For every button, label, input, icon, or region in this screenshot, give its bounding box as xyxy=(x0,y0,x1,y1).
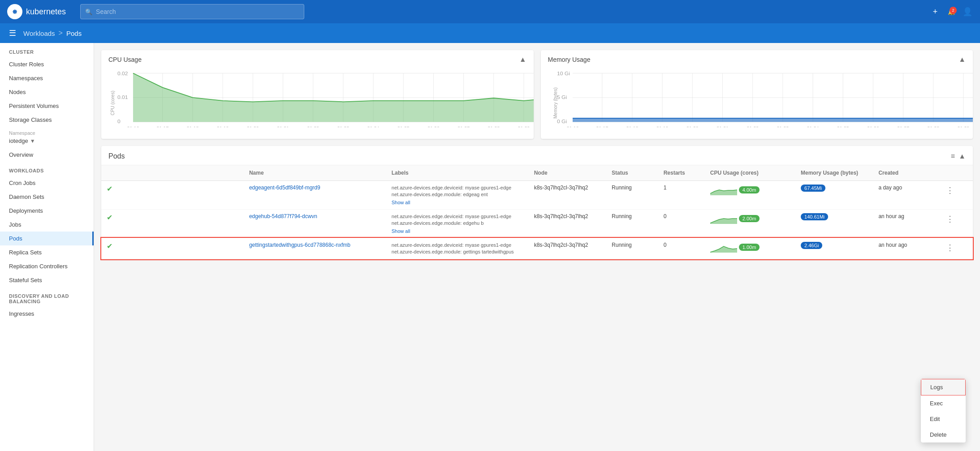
user-avatar[interactable]: 👤 xyxy=(962,6,973,17)
logo-k: ⎈ xyxy=(13,8,17,16)
svg-text:21:29: 21:29 xyxy=(957,125,969,127)
pod-node-1: k8s-3q7lhq2cl-3q7lhq2 xyxy=(529,181,606,210)
sidebar-item-stateful-sets[interactable]: Stateful Sets xyxy=(0,273,94,287)
sidebar-item-nodes[interactable]: Nodes xyxy=(0,85,94,99)
pod-status-icon-2: ✔ xyxy=(101,209,244,238)
pod-restarts-2: 0 xyxy=(658,209,705,238)
hamburger-icon[interactable]: ☰ xyxy=(9,28,16,38)
svg-text:21:29: 21:29 xyxy=(518,125,530,127)
notification-count: 2 xyxy=(950,7,957,14)
sidebar-item-cluster-roles[interactable]: Cluster Roles xyxy=(0,57,94,71)
th-name xyxy=(101,165,244,181)
sidebar-item-jobs[interactable]: Jobs xyxy=(0,218,94,232)
th-name-label: Name xyxy=(244,165,386,181)
memory-chart-header: Memory Usage ▲ xyxy=(541,50,973,67)
sidebar-item-persistent-volumes[interactable]: Persistent Volumes xyxy=(0,99,94,113)
pod-link-2[interactable]: edgehub-54d877f794-dcwvn xyxy=(249,213,317,219)
pods-table: Name Labels Node Status Restarts CPU Usa… xyxy=(101,165,973,259)
sidebar-item-daemon-sets[interactable]: Daemon Sets xyxy=(0,190,94,204)
cluster-section-title: Cluster xyxy=(0,43,94,57)
breadcrumb-bar: ☰ Workloads > Pods xyxy=(0,23,980,43)
svg-text:0: 0 xyxy=(117,119,121,124)
svg-text:21:21: 21:21 xyxy=(717,125,729,127)
show-all-link-1[interactable]: Show all xyxy=(392,200,410,205)
memory-chart-title: Memory Usage xyxy=(548,56,591,63)
svg-marker-70 xyxy=(710,246,737,253)
pod-labels-1: net.azure-devices.edge.deviceid: myase g… xyxy=(386,181,529,210)
sidebar-item-replication-controllers[interactable]: Replication Controllers xyxy=(0,259,94,273)
pod-cpu-1: 4.00m xyxy=(705,181,795,210)
cpu-chart-body: CPU (cores) 0.02 0.01 0 xyxy=(101,67,534,139)
notification-button[interactable]: 🔔 2 xyxy=(948,9,955,15)
breadcrumb-workloads[interactable]: Workloads xyxy=(23,30,55,37)
pod-created-2: an hour ag xyxy=(873,209,937,238)
pod-status-icon-3: ✔ xyxy=(101,238,244,259)
cpu-chart-title: CPU Usage xyxy=(108,56,142,63)
sidebar-item-pods[interactable]: Pods xyxy=(0,232,94,245)
svg-text:21:19: 21:19 xyxy=(217,125,229,127)
pod-actions-button-2[interactable]: ⋮ xyxy=(943,213,957,225)
pod-cpu-3: 1.00m xyxy=(705,238,795,259)
filter-icon[interactable]: ≡ xyxy=(951,152,955,160)
memory-chart-svg: 10 Gi 5 Gi 0 Gi xyxy=(557,69,973,127)
pod-label-text-3b: net.azure-devices.edge.module: gettings … xyxy=(392,249,523,255)
cpu-chart-card: CPU Usage ▲ CPU (cores) 0.02 0.01 0 xyxy=(101,50,534,139)
cpu-badge-1: 4.00m xyxy=(739,186,760,193)
sidebar-item-ingresses[interactable]: Ingresses xyxy=(0,307,94,321)
pod-status-1: Running xyxy=(606,181,658,210)
th-labels: Labels xyxy=(386,165,529,181)
pods-section-title: Pods xyxy=(108,152,125,160)
breadcrumb-pods[interactable]: Pods xyxy=(66,30,82,37)
sidebar-item-storage-classes[interactable]: Storage Classes xyxy=(0,113,94,127)
sidebar-item-overview[interactable]: Overview xyxy=(0,148,94,162)
context-menu-logs[interactable]: Logs xyxy=(921,379,966,395)
memory-chart-collapse[interactable]: ▲ xyxy=(958,56,966,64)
svg-text:21:17: 21:17 xyxy=(156,125,168,127)
svg-text:10 Gi: 10 Gi xyxy=(557,71,570,76)
pod-node-2: k8s-3q7lhq2cl-3q7lhq2 xyxy=(529,209,606,238)
pod-actions-button-1[interactable]: ⋮ xyxy=(943,185,957,196)
workloads-section-title: Workloads xyxy=(0,162,94,176)
pod-label-text-3: net.azure-devices.edge.deviceid: myase g… xyxy=(392,242,523,249)
pods-table-header: Name Labels Node Status Restarts CPU Usa… xyxy=(101,165,973,181)
discovery-section-title: Discovery and Load Balancing xyxy=(0,287,94,307)
pods-collapse[interactable]: ▲ xyxy=(958,152,966,160)
context-menu-exec[interactable]: Exec xyxy=(921,395,966,411)
svg-text:21:21: 21:21 xyxy=(277,125,289,127)
sidebar-item-namespaces[interactable]: Namespaces xyxy=(0,71,94,85)
svg-marker-53 xyxy=(572,118,973,122)
sidebar: Cluster Cluster Roles Namespaces Nodes P… xyxy=(0,43,94,451)
svg-text:21:25: 21:25 xyxy=(837,125,849,127)
context-menu-edit[interactable]: Edit xyxy=(921,411,966,427)
context-menu-delete[interactable]: Delete xyxy=(921,427,966,442)
svg-text:5 Gi: 5 Gi xyxy=(557,95,567,100)
cpu-chart-collapse[interactable]: ▲ xyxy=(519,56,527,64)
pods-header-right: ≡ ▲ xyxy=(951,152,966,160)
th-created: Created xyxy=(873,165,937,181)
mem-badge-1: 67.45Mi xyxy=(801,185,825,192)
pod-actions-button-3[interactable]: ⋮ xyxy=(943,242,957,253)
pod-mem-2: 140.61Mi xyxy=(795,209,873,238)
svg-text:0.02: 0.02 xyxy=(117,71,128,76)
svg-text:21:20: 21:20 xyxy=(686,125,698,127)
cpu-mini-chart-3 xyxy=(710,242,737,253)
pod-actions-1: ⋮ xyxy=(938,181,973,210)
search-input[interactable] xyxy=(96,8,299,15)
pod-label-text-2b: net.azure-devices.edge.module: edgehu b xyxy=(392,220,523,227)
svg-text:21:25: 21:25 xyxy=(397,125,410,127)
add-button[interactable]: + xyxy=(930,6,941,17)
charts-row: CPU Usage ▲ CPU (cores) 0.02 0.01 0 xyxy=(101,50,973,139)
pod-link-1[interactable]: edgeagent-6d5df849bf-mgrd9 xyxy=(249,185,320,191)
topbar: ⎈ kubernetes 🔍 + 🔔 2 👤 xyxy=(0,0,980,23)
th-status: Status xyxy=(606,165,658,181)
svg-text:21:16: 21:16 xyxy=(127,125,139,127)
svg-text:21:22: 21:22 xyxy=(747,125,759,127)
sidebar-item-cron-jobs[interactable]: Cron Jobs xyxy=(0,176,94,190)
cpu-badge-2: 2.00m xyxy=(739,215,760,222)
pod-name-1: edgeagent-6d5df849bf-mgrd9 xyxy=(244,181,386,210)
show-all-link-2[interactable]: Show all xyxy=(392,228,410,234)
pod-link-3[interactable]: gettingstartedwithgpus-6cd778868c-nxfmb xyxy=(249,242,350,248)
sidebar-item-replica-sets[interactable]: Replica Sets xyxy=(0,245,94,259)
search-bar[interactable]: 🔍 xyxy=(80,4,304,19)
sidebar-item-deployments[interactable]: Deployments xyxy=(0,204,94,218)
